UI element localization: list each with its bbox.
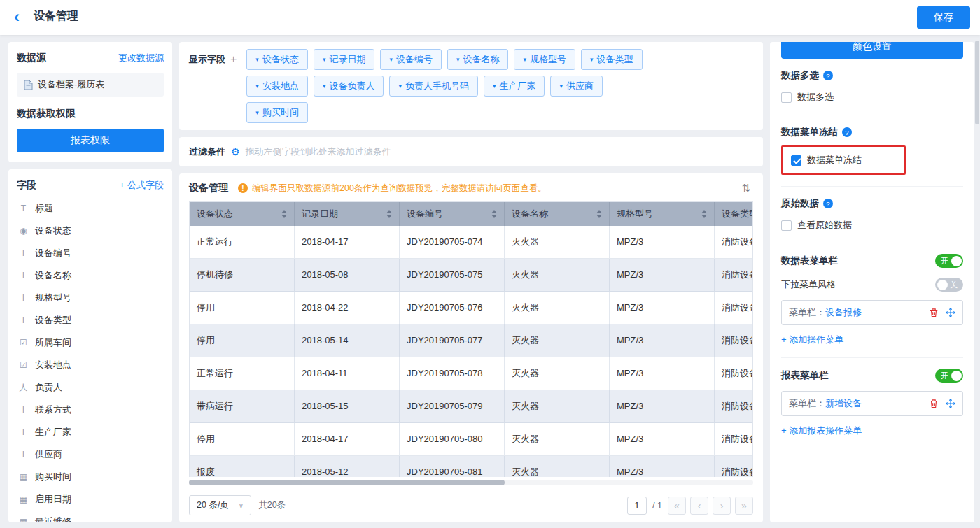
menu-item-new-device[interactable]: 菜单栏： 新增设备 [781, 391, 963, 416]
help-icon[interactable]: ? [823, 71, 833, 80]
table-sort-icon[interactable]: ⇅ [738, 182, 753, 194]
display-field-chip[interactable]: ▾安装地点 [246, 76, 308, 97]
move-icon[interactable] [946, 308, 955, 317]
chevron-down-icon: ∨ [239, 501, 244, 509]
report-permission-button[interactable]: 报表权限 [17, 129, 164, 152]
table-cell: 灭火器 [505, 357, 610, 390]
table-row[interactable]: 停用2018-05-14JDY20190705-077灭火器MPZ/3消防设备 [190, 324, 753, 357]
table-menu-toggle[interactable]: 开 [935, 254, 963, 268]
field-item[interactable]: I生产厂家 [17, 421, 164, 443]
text-field-icon: I [18, 293, 29, 303]
field-item[interactable]: ☑所属车间 [17, 331, 164, 354]
back-button[interactable]: ‹ [14, 8, 20, 25]
field-item[interactable]: I设备编号 [17, 242, 164, 264]
display-field-chip[interactable]: ▾规格型号 [514, 49, 575, 70]
prev-page-button[interactable]: ‹ [690, 497, 708, 515]
add-action-menu-link[interactable]: + 添加操作菜单 [781, 334, 844, 346]
sort-desc-icon [701, 215, 707, 218]
next-page-button[interactable]: › [713, 497, 731, 515]
horizontal-scrollbar-track[interactable] [189, 480, 753, 485]
display-field-chip[interactable]: ▾设备名称 [447, 49, 509, 70]
help-icon[interactable]: ? [823, 199, 833, 208]
column-header[interactable]: 设备名称 [505, 202, 610, 226]
current-page-input[interactable]: 1 [627, 497, 647, 515]
chip-label: 设备编号 [396, 53, 433, 66]
sort-icon[interactable] [701, 210, 707, 218]
field-item[interactable]: T标题 [17, 197, 164, 220]
change-datasource-link[interactable]: 更改数据源 [118, 52, 164, 64]
display-field-chip[interactable]: ▾设备编号 [380, 49, 442, 70]
sort-icon[interactable] [596, 210, 602, 218]
table-cell: 报废 [190, 456, 295, 477]
first-page-button[interactable]: « [668, 497, 686, 515]
display-field-chip[interactable]: ▾生产厂家 [484, 76, 545, 97]
field-item[interactable]: I设备名称 [17, 264, 164, 287]
column-header[interactable]: 规格型号 [610, 202, 715, 226]
display-field-chip[interactable]: ▾负责人手机号码 [389, 76, 478, 97]
table-row[interactable]: 停机待修2018-05-08JDY20190705-075灭火器MPZ/3消防设… [190, 259, 753, 292]
field-item[interactable]: I供应商 [17, 443, 164, 466]
display-field-chip[interactable]: ▾供应商 [550, 76, 603, 97]
table-row[interactable]: 正常运行2018-04-17JDY20190705-074灭火器MPZ/3消防设… [190, 226, 753, 259]
trash-icon[interactable] [929, 308, 939, 317]
field-item[interactable]: ▦购买时间 [17, 466, 164, 488]
page-scrollbar-thumb[interactable] [975, 41, 979, 124]
add-report-action-menu-link[interactable]: + 添加报表操作菜单 [781, 424, 862, 437]
column-header[interactable]: 设备编号 [400, 202, 505, 226]
field-item[interactable]: I规格型号 [17, 287, 164, 309]
chevron-down-icon: ▾ [323, 57, 326, 63]
move-icon[interactable] [946, 399, 955, 408]
sort-icon[interactable] [491, 210, 497, 218]
raw-data-checkbox[interactable]: 查看原始数据 [781, 219, 963, 231]
checkbox-icon[interactable] [781, 92, 792, 103]
checkbox-icon[interactable] [791, 155, 802, 166]
table-row[interactable]: 正常运行2018-04-11JDY20190705-078灭火器MPZ/3消防设… [190, 357, 753, 390]
table-row[interactable]: 报废2018-05-12JDY20190705-081灭火器MPZ/3消防设备 [190, 456, 753, 477]
pagination-bar: 20 条/页 ∨ 共20条 1 / 1 «‹›» [189, 495, 753, 515]
table-row[interactable]: 停用2018-04-17JDY20190705-080灭火器MPZ/3消防设备 [190, 423, 753, 456]
menu-item-device-repair[interactable]: 菜单栏： 设备报修 [781, 300, 963, 325]
multi-select-checkbox[interactable]: 数据多选 [781, 91, 963, 104]
add-display-field-button[interactable]: + [230, 54, 237, 65]
display-field-chip[interactable]: ▾设备类型 [581, 49, 643, 70]
menu-freeze-checkbox[interactable]: 数据菜单冻结 [791, 154, 896, 166]
horizontal-scrollbar-thumb[interactable] [189, 480, 505, 485]
field-item[interactable]: ◉设备状态 [17, 220, 164, 242]
page-title[interactable]: 设备管理 [32, 8, 80, 27]
page-size-select[interactable]: 20 条/页 ∨ [189, 495, 251, 515]
chevron-down-icon: ▾ [493, 83, 496, 90]
table-cell: MPZ/3 [610, 357, 715, 390]
column-header[interactable]: 设备状态 [190, 202, 295, 226]
field-item[interactable]: 人负责人 [17, 376, 164, 399]
field-item[interactable]: I设备类型 [17, 309, 164, 331]
column-header[interactable]: 记录日期 [295, 202, 400, 226]
report-menu-toggle[interactable]: 开 [935, 369, 963, 383]
color-settings-button[interactable]: 颜色设置 [781, 42, 963, 59]
gear-icon[interactable]: ⚙ [231, 146, 240, 157]
chevron-down-icon: ▾ [523, 57, 526, 63]
field-item[interactable]: I联系方式 [17, 399, 164, 421]
table-row[interactable]: 带病运行2018-05-15JDY20190705-079灭火器MPZ/3消防设… [190, 390, 753, 423]
checkbox-icon[interactable] [781, 220, 792, 231]
last-page-button[interactable]: » [735, 497, 753, 515]
main-content: 数据源 更改数据源 设备档案-履历表 数据获取权限 报表权限 字段 + 公式字段… [0, 35, 980, 528]
help-icon[interactable]: ? [842, 127, 852, 137]
dropdown-style-toggle[interactable]: 关 [935, 278, 963, 292]
field-item[interactable]: ▦最近维修 [17, 511, 164, 522]
sort-icon[interactable] [281, 210, 287, 218]
trash-icon[interactable] [929, 399, 939, 408]
field-item[interactable]: ☑安装地点 [17, 354, 164, 376]
add-formula-field-link[interactable]: + 公式字段 [120, 179, 164, 192]
display-field-chip[interactable]: ▾购买时间 [246, 102, 308, 123]
display-field-chip[interactable]: ▾记录日期 [314, 49, 375, 70]
field-item[interactable]: ▦启用日期 [17, 488, 164, 511]
column-header[interactable]: 设备类型 [715, 202, 753, 226]
filter-drop-placeholder[interactable]: 拖动左侧字段到此处来添加过滤条件 [246, 145, 391, 158]
sort-icon[interactable] [386, 210, 392, 218]
save-button[interactable]: 保存 [917, 6, 970, 29]
field-item-label: 标题 [35, 202, 53, 215]
display-field-chip[interactable]: ▾设备负责人 [314, 76, 384, 97]
table-row[interactable]: 停用2018-04-22JDY20190705-076灭火器MPZ/3消防设备 [190, 292, 753, 324]
datasource-item[interactable]: 设备档案-履历表 [17, 73, 164, 97]
display-field-chip[interactable]: ▾设备状态 [246, 49, 308, 70]
